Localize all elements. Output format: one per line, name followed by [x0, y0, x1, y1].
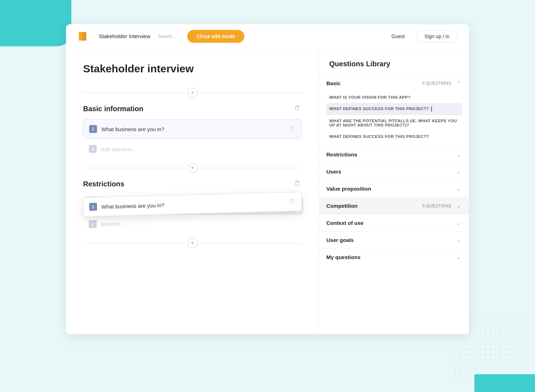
- add-question-placeholder-restrictions[interactable]: question...: [101, 221, 124, 227]
- middle-divider: +: [83, 163, 302, 173]
- chevron-down-users: ⌄: [455, 168, 462, 175]
- bg-decoration-bottom: [474, 374, 535, 392]
- clock-icon: [289, 198, 295, 203]
- lib-section-value: Value proposition ⌄: [319, 180, 469, 197]
- section-restrictions: Restrictions 1 What business are you in?: [83, 179, 302, 232]
- divider-line: [83, 93, 185, 93]
- lib-section-myquestions: My questions ⌄: [319, 248, 469, 265]
- chevron-down-context: ⌄: [455, 220, 462, 226]
- trash-icon: [294, 105, 300, 111]
- lib-section-name-context: Context of use: [326, 220, 455, 226]
- lib-section-header-competition[interactable]: Competition 5 QUESTIONS ⌄: [319, 197, 469, 214]
- chevron-up-basic: ⌃: [455, 80, 462, 87]
- header-title: Stakeholder Interview: [99, 33, 150, 39]
- question-card-1: 1 What business are you in?: [83, 119, 302, 139]
- section-name-restrictions: Restrictions: [83, 180, 292, 188]
- header-guest: Guest: [392, 33, 405, 39]
- divider-line: [200, 168, 302, 168]
- section-name-basic: Basic information: [83, 105, 292, 113]
- lib-question-item-4[interactable]: WHAT DEFINES SUCCESS FOR THIS PROJECT?: [326, 131, 462, 142]
- lib-section-context: Context of use ⌄: [319, 214, 469, 231]
- lib-section-name-restrictions: Restrictions: [326, 151, 455, 158]
- question-text-1: What business are you in?: [101, 126, 284, 132]
- dragging-delete-button[interactable]: [289, 197, 296, 206]
- delete-section-restrictions-button[interactable]: [292, 179, 302, 190]
- close-edit-button[interactable]: Close edit mode: [187, 30, 244, 43]
- lib-section-header-restrictions[interactable]: Restrictions ⌄: [319, 146, 469, 163]
- divider-line: [200, 93, 302, 93]
- delete-section-basic-button[interactable]: [292, 103, 302, 114]
- dragging-question-num: 1: [89, 203, 97, 211]
- lib-question-item-1[interactable]: WHAT IS YOUR VISION FOR THIS APP?: [326, 92, 462, 103]
- lib-section-name-users: Users: [326, 169, 455, 175]
- top-divider: +: [83, 88, 302, 98]
- chevron-down-competition: ⌄: [455, 202, 462, 209]
- add-section-top-button[interactable]: +: [188, 88, 198, 98]
- section-header-basic: Basic information: [83, 103, 302, 114]
- lib-questions-basic: WHAT IS YOUR VISION FOR THIS APP? WHAT D…: [319, 92, 469, 146]
- chevron-down-value: ⌄: [455, 185, 462, 192]
- lib-section-header-value[interactable]: Value proposition ⌄: [319, 180, 469, 197]
- lib-section-header-users[interactable]: Users ⌄: [319, 163, 469, 180]
- cursor-indicator: [431, 107, 432, 112]
- right-panel: Questions Library Basic 5 QUESTIONS ⌃ WH…: [319, 48, 469, 334]
- trash-small-icon: [289, 125, 295, 131]
- lib-question-item-3[interactable]: WHAT ARE THE POTENTIAL PITFALLS (IE. WHA…: [326, 115, 462, 131]
- trash-icon-restrictions: [294, 180, 300, 186]
- lib-section-name-usergoals: User goals: [326, 237, 455, 243]
- lib-section-competition: Competition 5 QUESTIONS ⌄: [319, 197, 469, 214]
- divider-line: [200, 243, 302, 243]
- section-header-restrictions: Restrictions: [83, 179, 302, 190]
- dragging-question-text: What business are you in?: [101, 199, 284, 210]
- signup-button[interactable]: Sign up / in: [416, 30, 458, 42]
- bottom-divider: +: [83, 238, 302, 248]
- divider-line: [83, 243, 185, 243]
- lib-section-name-basic: Basic: [326, 80, 422, 86]
- library-title: Questions Library: [319, 60, 469, 74]
- logo: [77, 30, 90, 43]
- add-question-row-basic: 2 Add question...: [83, 141, 302, 156]
- question-number-restrictions-2: 2: [89, 220, 97, 228]
- divider-line: [83, 168, 185, 168]
- section-basic-information: Basic information 1 What business are yo…: [83, 103, 302, 156]
- logo-icon: [77, 30, 90, 43]
- chevron-down-restrictions: ⌄: [455, 151, 462, 158]
- dragging-card-container: 1 What business are you in?: [83, 195, 302, 214]
- lib-section-users: Users ⌄: [319, 163, 469, 180]
- add-section-middle-button[interactable]: +: [188, 163, 198, 173]
- lib-section-name-value: Value proposition: [326, 186, 455, 192]
- bg-decoration-top: [0, 0, 71, 46]
- chevron-down-myquestions: ⌄: [455, 254, 462, 261]
- delete-question-1-button[interactable]: [289, 125, 296, 133]
- body-split: Stakeholder interview + Basic informatio…: [66, 48, 469, 334]
- lib-section-name-competition: Competition: [326, 203, 422, 209]
- main-card: Stakeholder Interview Saved... Close edi…: [66, 24, 469, 334]
- lib-section-basic: Basic 5 QUESTIONS ⌃ WHAT IS YOUR VISION …: [319, 74, 469, 146]
- question-number-2: 2: [89, 145, 97, 153]
- header: Stakeholder Interview Saved... Close edi…: [66, 24, 469, 48]
- lib-section-count-basic: 5 QUESTIONS: [422, 81, 451, 86]
- add-section-bottom-button[interactable]: +: [188, 238, 198, 248]
- lib-section-name-myquestions: My questions: [326, 254, 455, 260]
- page-title: Stakeholder interview: [83, 63, 302, 75]
- left-panel: Stakeholder interview + Basic informatio…: [66, 48, 319, 334]
- lib-section-usergoals: User goals ⌄: [319, 231, 469, 248]
- add-question-row-restrictions: 2 question...: [83, 217, 302, 232]
- lib-section-header-usergoals[interactable]: User goals ⌄: [319, 232, 469, 248]
- lib-section-header-context[interactable]: Context of use ⌄: [319, 215, 469, 231]
- question-number-1: 1: [89, 125, 97, 133]
- chevron-down-usergoals: ⌄: [455, 237, 462, 243]
- lib-section-count-competition: 5 QUESTIONS: [422, 203, 451, 208]
- lib-question-item-2[interactable]: WHAT DEFINES SUCCESS FOR THIS PROJECT?: [326, 103, 462, 115]
- header-saved: Saved...: [158, 33, 175, 39]
- lib-section-header-basic[interactable]: Basic 5 QUESTIONS ⌃: [319, 75, 469, 92]
- lib-section-header-myquestions[interactable]: My questions ⌄: [319, 249, 469, 265]
- add-question-placeholder-basic[interactable]: Add question...: [101, 146, 137, 152]
- lib-section-restrictions: Restrictions ⌄: [319, 146, 469, 163]
